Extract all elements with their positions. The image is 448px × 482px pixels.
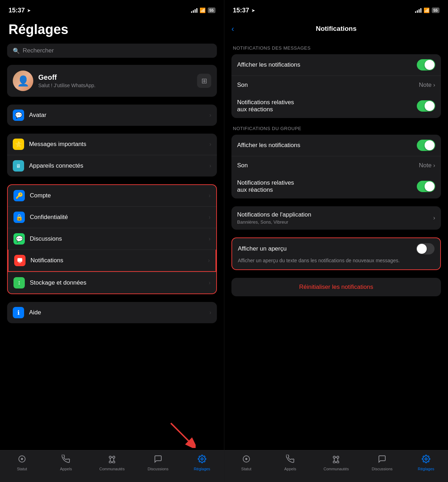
settings-group: 🔑 Compte › 🔒 Confidentialité › 💬 Discuss… [7, 184, 217, 294]
menu-item-stockage[interactable]: ↕ Stockage et données › [8, 272, 216, 293]
tab-appels-right[interactable]: Appels [280, 455, 301, 471]
tab-statut-label-left: Statut [17, 467, 27, 471]
menu-item-discussions[interactable]: 💬 Discussions › [8, 228, 216, 250]
signal-right [415, 8, 421, 13]
right-header: ‹ Notifications [224, 18, 448, 37]
tab-reglages-label-right: Réglages [418, 467, 434, 471]
help-icon: ℹ [13, 307, 24, 318]
row-son-messages[interactable]: Son Note › [231, 75, 441, 94]
afficher-groupe-label: Afficher les notifications [237, 142, 300, 149]
svg-point-25 [425, 458, 427, 460]
menu-item-appareils[interactable]: 🖥 Appareils connectés › [7, 155, 217, 176]
section-header-groupe: NOTIFICATIONS DU GROUPE [231, 126, 441, 131]
row-son-groupe[interactable]: Son Note › [231, 156, 441, 174]
right-panel: 15:37 ➤ 📶 55 ‹ Notifications NOTIFICATIO… [224, 0, 448, 482]
tab-discussions-label-right: Discussions [372, 467, 393, 471]
tab-discussions-right[interactable]: Discussions [371, 455, 393, 471]
tab-discussions-left[interactable]: Discussions [147, 455, 169, 471]
messages-notif-group: Afficher les notifications Son Note › No… [231, 54, 441, 118]
status-bar-left: 15:37 ➤ 📶 55 [0, 0, 224, 18]
tab-bar-left: Statut Appels Communautés Discussions Ré… [0, 450, 224, 482]
messages-importants-label: Messages importants [29, 141, 209, 148]
discussions-tab-icon-left [154, 455, 162, 465]
tab-communautes-right[interactable]: Communautés [324, 455, 349, 471]
menu-item-compte[interactable]: 🔑 Compte › [8, 185, 216, 206]
svg-rect-0 [17, 258, 22, 262]
svg-point-19 [337, 456, 339, 458]
status-bar-right: 15:37 ➤ 📶 55 [224, 0, 448, 18]
apercu-main: Afficher un aperçu [238, 243, 435, 254]
svg-point-17 [337, 461, 339, 463]
menu-item-messages-importants[interactable]: ⭐ Messages importants › [7, 134, 217, 155]
svg-point-5 [21, 458, 23, 460]
app-notif-inner: Notifications de l'application Bannières… [237, 211, 435, 225]
appels-icon-right [286, 455, 295, 465]
app-notif-title: Notifications de l'application [237, 211, 311, 218]
apercu-description: Afficher un aperçu du texte dans les not… [238, 257, 435, 264]
profile-left: 👤 Geoff Salut ! J'utilise WhatsApp. [13, 71, 95, 91]
statut-icon-right [242, 455, 251, 465]
left-panel: 15:37 ➤ 📶 55 Réglages 🔍 Rechercher 👤 [0, 0, 224, 482]
back-button[interactable]: ‹ [231, 24, 234, 34]
tab-statut-right[interactable]: Statut [236, 455, 257, 471]
tab-reglages-left[interactable]: Réglages [191, 455, 213, 471]
apercu-row: Afficher un aperçu Afficher un aperçu du… [232, 238, 440, 269]
toggle-afficher-messages[interactable] [417, 59, 435, 71]
toggle-reactions-messages[interactable] [417, 100, 435, 112]
avatar-label: Avatar [29, 112, 209, 119]
appareils-label: Appareils connectés [29, 162, 209, 169]
toggle-apercu[interactable] [416, 243, 435, 254]
reglages-icon-left [198, 455, 206, 465]
profile-card[interactable]: 👤 Geoff Salut ! J'utilise WhatsApp. ⊞ [7, 65, 217, 97]
tab-reglages-label-left: Réglages [194, 467, 210, 471]
reactions-groupe-label: Notifications relativesaux réactions [237, 179, 417, 194]
apercu-label: Afficher un aperçu [238, 245, 287, 252]
wifi-right: 📶 [424, 7, 430, 13]
son-groupe-label: Son [237, 162, 248, 169]
tab-reglages-right[interactable]: Réglages [415, 455, 437, 471]
menu-item-aide[interactable]: ℹ Aide › [7, 302, 217, 323]
aide-label: Aide [29, 309, 209, 316]
tab-communautes-left[interactable]: Communautés [99, 455, 125, 471]
app-notif-row[interactable]: Notifications de l'application Bannières… [231, 206, 441, 230]
time-left: 15:37 [9, 7, 25, 14]
tab-appels-left[interactable]: Appels [55, 455, 77, 471]
toggle-knob-reactions-groupe [425, 181, 435, 191]
tab-discussions-label-left: Discussions [147, 467, 168, 471]
toggle-afficher-groupe[interactable] [417, 140, 435, 151]
menu-item-confidentialite[interactable]: 🔒 Confidentialité › [8, 206, 216, 228]
chevron-messages: › [209, 141, 211, 147]
communautes-icon-left [108, 455, 116, 465]
profile-info: Geoff Salut ! J'utilise WhatsApp. [38, 73, 95, 88]
chevron-confidentialite: › [209, 214, 211, 220]
search-icon: 🔍 [13, 47, 20, 54]
right-header-title: Notifications [316, 25, 357, 33]
groupe-notif-group: Afficher les notifications Son Note › No… [231, 135, 441, 198]
svg-point-14 [201, 458, 203, 460]
battery-right: 55 [432, 7, 439, 13]
location-icon-right: ➤ [251, 8, 255, 13]
appels-icon-left [62, 455, 70, 465]
toggle-reactions-groupe[interactable] [417, 181, 435, 192]
svg-point-6 [113, 461, 115, 463]
tab-statut-label-right: Statut [241, 467, 252, 471]
tab-appels-label-right: Appels [284, 467, 296, 471]
reset-row[interactable]: Réinitialiser les notifications [231, 278, 441, 296]
row-afficher-groupe: Afficher les notifications [231, 135, 441, 156]
app-notif-subtitle: Bannières, Sons, Vibreur [237, 219, 311, 225]
reactions-messages-label: Notifications relativesaux réactions [237, 99, 417, 113]
svg-point-20 [333, 456, 335, 458]
menu-item-avatar[interactable]: 💬 Avatar › [7, 105, 217, 126]
chevron-compte: › [209, 192, 211, 199]
reactions-messages-text: Notifications relativesaux réactions [237, 99, 417, 113]
qr-icon[interactable]: ⊞ [197, 74, 211, 88]
menu-item-notifications[interactable]: Notifications › [8, 250, 216, 272]
devices-icon: 🖥 [13, 160, 24, 172]
row-reactions-messages: Notifications relativesaux réactions [231, 94, 441, 118]
toggle-knob-reactions-messages [425, 101, 435, 111]
time-right: 15:37 [233, 7, 249, 14]
tab-statut-left[interactable]: Statut [11, 455, 33, 471]
location-icon-left: ➤ [27, 8, 31, 13]
search-bar[interactable]: 🔍 Rechercher [7, 44, 217, 58]
star-icon: ⭐ [13, 139, 24, 150]
